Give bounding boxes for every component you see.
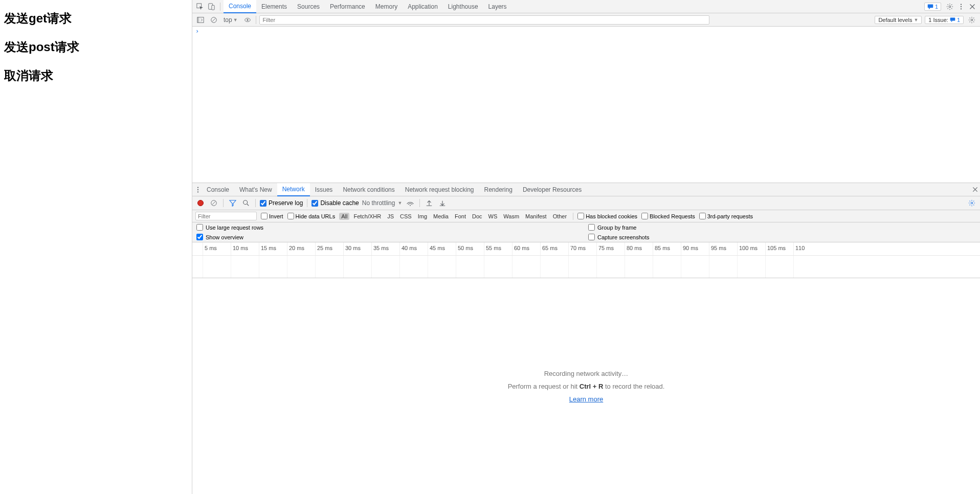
svg-rect-9 xyxy=(197,17,199,23)
svg-point-6 xyxy=(961,6,962,7)
network-timeline-overview[interactable] xyxy=(192,256,980,278)
type-filter-ws[interactable]: WS xyxy=(486,213,500,220)
timeline-gridline xyxy=(681,256,681,278)
disable-cache-checkbox[interactable]: Disable cache xyxy=(311,199,359,207)
timeline-gridline xyxy=(568,256,569,278)
type-filter-media[interactable]: Media xyxy=(431,213,451,220)
tab-layers[interactable]: Layers xyxy=(483,0,512,13)
tab-memory[interactable]: Memory xyxy=(370,0,403,13)
timeline-tick: 85 ms xyxy=(653,242,670,255)
drawer-more-icon[interactable] xyxy=(194,186,202,193)
close-drawer-icon[interactable] xyxy=(972,187,978,192)
timeline-tick: 30 ms xyxy=(343,242,361,255)
timeline-gridline xyxy=(428,256,428,278)
timeline-gridline xyxy=(540,256,541,278)
timeline-tick: 20 ms xyxy=(287,242,304,255)
tab-lighthouse[interactable]: Lighthouse xyxy=(443,0,483,13)
preserve-log-checkbox[interactable]: Preserve log xyxy=(260,199,303,207)
group-by-frame-option[interactable]: Group by frame xyxy=(586,222,980,232)
type-filter-fetch-xhr[interactable]: Fetch/XHR xyxy=(351,213,383,220)
drawer-tab-issues[interactable]: Issues xyxy=(310,183,338,196)
capture-screenshots-option[interactable]: Capture screenshots xyxy=(586,232,980,242)
import-har-icon[interactable] xyxy=(424,198,434,208)
drawer-tab-what-s-new[interactable]: What's New xyxy=(234,183,277,196)
tab-elements[interactable]: Elements xyxy=(256,0,292,13)
network-filter-bar: Invert Hide data URLs AllFetch/XHRJSCSSI… xyxy=(192,210,980,222)
timeline-tick: 10 ms xyxy=(231,242,248,255)
separator xyxy=(223,199,224,207)
issues-badge[interactable]: 1 xyxy=(924,3,941,11)
network-filter-input[interactable] xyxy=(195,212,257,220)
tab-sources[interactable]: Sources xyxy=(292,0,325,13)
timeline-tick: 40 ms xyxy=(399,242,417,255)
network-timeline-ruler[interactable]: 5 ms10 ms15 ms20 ms25 ms30 ms35 ms40 ms4… xyxy=(192,242,980,256)
timeline-tick: 80 ms xyxy=(625,242,642,255)
console-issues-button[interactable]: 1 Issue: 1 xyxy=(925,16,964,24)
levels-label: Default levels xyxy=(878,17,912,23)
blocked-cookies-checkbox[interactable]: Has blocked cookies xyxy=(577,213,637,219)
live-expression-icon[interactable] xyxy=(242,15,253,25)
network-view-options: Use large request rows Group by frame Sh… xyxy=(192,222,980,242)
throttling-selector[interactable]: No throttling ▼ xyxy=(362,199,403,207)
timeline-tick: 50 ms xyxy=(456,242,473,255)
inspect-element-icon[interactable] xyxy=(194,1,206,12)
tab-application[interactable]: Application xyxy=(403,0,443,13)
search-icon[interactable] xyxy=(241,198,251,208)
log-levels-selector[interactable]: Default levels ▼ xyxy=(875,16,922,24)
toggle-sidebar-icon[interactable] xyxy=(195,15,206,25)
tab-performance[interactable]: Performance xyxy=(325,0,370,13)
type-filter-doc[interactable]: Doc xyxy=(470,213,484,220)
type-filter-js[interactable]: JS xyxy=(385,213,396,220)
invert-checkbox[interactable]: Invert xyxy=(261,213,283,219)
clear-console-icon[interactable] xyxy=(209,15,219,25)
console-settings-icon[interactable] xyxy=(967,15,977,25)
show-overview-option[interactable]: Show overview xyxy=(192,232,586,242)
type-filter-img[interactable]: Img xyxy=(416,213,429,220)
more-menu-icon[interactable] xyxy=(955,1,967,12)
console-output[interactable]: › xyxy=(192,27,980,183)
clear-network-icon[interactable] xyxy=(209,198,219,208)
type-filter-css[interactable]: CSS xyxy=(398,213,414,220)
record-button[interactable] xyxy=(195,198,206,208)
third-party-checkbox[interactable]: 3rd-party requests xyxy=(699,213,753,219)
timeline-gridline xyxy=(231,256,231,278)
console-prompt-icon: › xyxy=(195,28,199,35)
type-filter-font[interactable]: Font xyxy=(453,213,468,220)
type-filter-all[interactable]: All xyxy=(339,213,349,220)
separator xyxy=(573,213,573,220)
network-settings-icon[interactable] xyxy=(967,198,977,208)
drawer-tab-network[interactable]: Network xyxy=(277,183,310,196)
hide-data-urls-checkbox[interactable]: Hide data URLs xyxy=(287,213,336,219)
network-conditions-icon[interactable] xyxy=(405,198,415,208)
drawer-tab-console[interactable]: Console xyxy=(202,183,234,196)
issues-number: 1 xyxy=(957,17,960,23)
disable-cache-input[interactable] xyxy=(311,200,318,207)
drawer-tab-rendering[interactable]: Rendering xyxy=(479,183,518,196)
console-filter-input[interactable] xyxy=(259,15,709,25)
devtools-panel: ConsoleElementsSourcesPerformanceMemoryA… xyxy=(192,0,980,494)
device-toolbar-icon[interactable] xyxy=(206,1,217,12)
type-filter-wasm[interactable]: Wasm xyxy=(501,213,521,220)
dropdown-icon: ▼ xyxy=(397,200,402,206)
cancel-request-heading: 取消请求 xyxy=(4,68,188,84)
close-devtools-icon[interactable] xyxy=(967,1,978,12)
large-rows-option[interactable]: Use large request rows xyxy=(192,222,586,232)
type-filter-other[interactable]: Other xyxy=(551,213,569,220)
timeline-gridline xyxy=(596,256,597,278)
blocked-requests-checkbox[interactable]: Blocked Requests xyxy=(641,213,695,219)
drawer-tab-developer-resources[interactable]: Developer Resources xyxy=(518,183,587,196)
timeline-tick: 105 ms xyxy=(765,242,786,255)
filter-icon[interactable] xyxy=(228,198,238,208)
tab-console[interactable]: Console xyxy=(224,0,256,13)
preserve-log-input[interactable] xyxy=(260,200,266,207)
export-har-icon[interactable] xyxy=(437,198,448,208)
timeline-gridline xyxy=(456,256,456,278)
execution-context-selector[interactable]: top ▼ xyxy=(222,16,239,24)
drawer-tabs-container: ConsoleWhat's NewNetworkIssuesNetwork co… xyxy=(202,183,587,196)
settings-icon[interactable] xyxy=(944,1,955,12)
timeline-gridline xyxy=(371,256,372,278)
drawer-tab-network-request-blocking[interactable]: Network request blocking xyxy=(400,183,479,196)
drawer-tab-network-conditions[interactable]: Network conditions xyxy=(338,183,399,196)
type-filter-manifest[interactable]: Manifest xyxy=(523,213,549,220)
learn-more-link[interactable]: Learn more xyxy=(569,395,603,403)
